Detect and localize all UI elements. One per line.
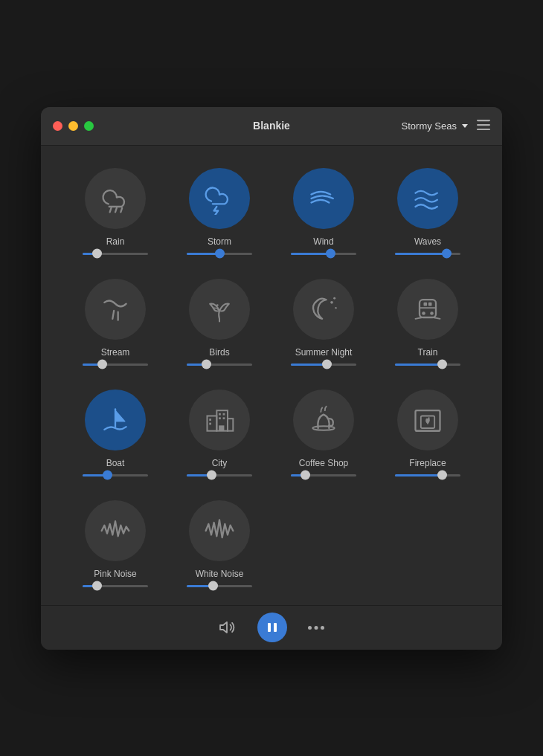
svg-point-11 — [333, 297, 335, 299]
rain-slider-thumb[interactable] — [92, 249, 102, 259]
fireplace-slider[interactable] — [395, 474, 460, 476]
sound-item-summer-night[interactable]: Summer Night — [272, 271, 376, 376]
traffic-lights — [53, 121, 94, 131]
waves-slider-thumb[interactable] — [442, 249, 452, 259]
waves-icon-circle — [397, 168, 458, 229]
coffee-shop-label: Coffee Shop — [299, 458, 349, 468]
sound-item-white-noise[interactable]: White Noise — [167, 493, 272, 598]
waves-slider[interactable] — [395, 253, 460, 255]
white-noise-slider-thumb[interactable] — [208, 581, 218, 591]
train-label: Train — [418, 347, 438, 358]
birds-slider-thumb[interactable] — [202, 360, 211, 369]
fireplace-icon-circle — [397, 390, 458, 450]
stream-slider-thumb[interactable] — [97, 360, 107, 369]
rain-label: Rain — [106, 236, 125, 247]
wind-label: Wind — [313, 236, 333, 247]
pink-noise-slider-thumb[interactable] — [92, 581, 102, 591]
svg-rect-23 — [209, 419, 211, 421]
pink-noise-icon-circle — [85, 500, 146, 561]
train-slider-fill — [395, 364, 442, 366]
sound-item-wind[interactable]: Wind — [272, 161, 376, 265]
svg-point-30 — [312, 426, 334, 430]
svg-rect-1 — [477, 124, 490, 126]
train-slider[interactable] — [395, 364, 460, 366]
svg-rect-26 — [223, 413, 225, 415]
pink-noise-slider[interactable] — [83, 585, 148, 587]
hamburger-menu-icon[interactable] — [477, 119, 490, 132]
volume-button[interactable] — [219, 618, 237, 636]
sound-item-coffee-shop[interactable]: Coffee Shop — [272, 382, 376, 487]
city-slider[interactable] — [187, 474, 252, 476]
coffee-shop-slider-thumb[interactable] — [301, 471, 310, 480]
boat-slider[interactable] — [83, 474, 148, 476]
footer — [41, 605, 502, 650]
wind-icon-circle — [293, 168, 354, 229]
coffee-shop-slider[interactable] — [291, 474, 356, 476]
svg-rect-24 — [209, 422, 211, 424]
svg-line-17 — [433, 317, 440, 319]
white-noise-icon-circle — [189, 500, 250, 561]
preset-selector[interactable]: Stormy Seas — [402, 120, 468, 132]
close-button[interactable] — [53, 121, 62, 131]
storm-slider-thumb[interactable] — [215, 249, 225, 259]
svg-rect-0 — [477, 120, 490, 121]
wind-slider[interactable] — [291, 253, 356, 255]
maximize-button[interactable] — [84, 121, 94, 131]
svg-rect-28 — [223, 417, 225, 419]
svg-point-15 — [430, 311, 434, 315]
svg-rect-29 — [219, 425, 224, 430]
svg-rect-18 — [424, 302, 428, 306]
boat-icon-circle — [85, 390, 146, 450]
summer-night-slider[interactable] — [291, 364, 356, 366]
svg-point-8 — [216, 304, 219, 306]
app-title: Blankie — [253, 120, 290, 132]
sound-item-stream[interactable]: Stream — [63, 271, 167, 376]
titlebar-right: Stormy Seas — [402, 119, 490, 132]
svg-point-38 — [321, 626, 324, 630]
sound-item-storm[interactable]: Storm — [167, 161, 272, 265]
svg-rect-20 — [208, 416, 217, 430]
sound-item-pink-noise[interactable]: Pink Noise — [63, 493, 167, 598]
summer-night-slider-thumb[interactable] — [322, 360, 332, 369]
svg-line-4 — [115, 207, 117, 212]
fireplace-slider-fill — [395, 474, 442, 476]
sound-item-fireplace[interactable]: Fireplace — [376, 382, 480, 487]
svg-line-3 — [110, 207, 112, 212]
coffee-shop-icon-circle — [293, 390, 354, 450]
train-slider-thumb[interactable] — [437, 360, 447, 369]
sounds-grid-container: Rain Storm Wind — [41, 146, 502, 605]
boat-slider-thumb[interactable] — [103, 471, 112, 480]
city-slider-thumb[interactable] — [207, 471, 216, 480]
svg-rect-19 — [428, 302, 432, 306]
svg-rect-34 — [268, 623, 271, 632]
storm-slider[interactable] — [187, 253, 252, 255]
play-pause-button[interactable] — [257, 613, 287, 642]
sound-item-rain[interactable]: Rain — [63, 161, 167, 265]
boat-label: Boat — [106, 458, 125, 468]
wind-slider-thumb[interactable] — [326, 249, 335, 259]
white-noise-slider[interactable] — [187, 585, 252, 587]
svg-rect-27 — [219, 417, 221, 419]
svg-point-37 — [315, 626, 318, 630]
svg-point-10 — [335, 306, 336, 308]
svg-line-6 — [112, 310, 114, 318]
minimize-button[interactable] — [68, 121, 78, 131]
rain-slider[interactable] — [83, 253, 148, 255]
stream-icon-circle — [85, 279, 146, 340]
stream-slider[interactable] — [83, 364, 148, 366]
fireplace-label: Fireplace — [409, 458, 446, 468]
birds-label: Birds — [209, 347, 229, 358]
fireplace-slider-thumb[interactable] — [437, 471, 447, 480]
sound-item-waves[interactable]: Waves — [376, 161, 480, 265]
birds-slider[interactable] — [187, 364, 252, 366]
pink-noise-label: Pink Noise — [94, 569, 136, 579]
sound-item-city[interactable]: City — [167, 382, 272, 487]
more-options-button[interactable] — [308, 626, 324, 630]
white-noise-label: White Noise — [196, 569, 244, 579]
sound-item-birds[interactable]: Birds — [167, 271, 272, 376]
svg-rect-2 — [477, 129, 490, 130]
svg-line-16 — [416, 317, 422, 319]
sound-item-boat[interactable]: Boat — [63, 382, 167, 487]
sound-item-train[interactable]: Train — [376, 271, 480, 376]
city-icon-circle — [189, 390, 250, 450]
